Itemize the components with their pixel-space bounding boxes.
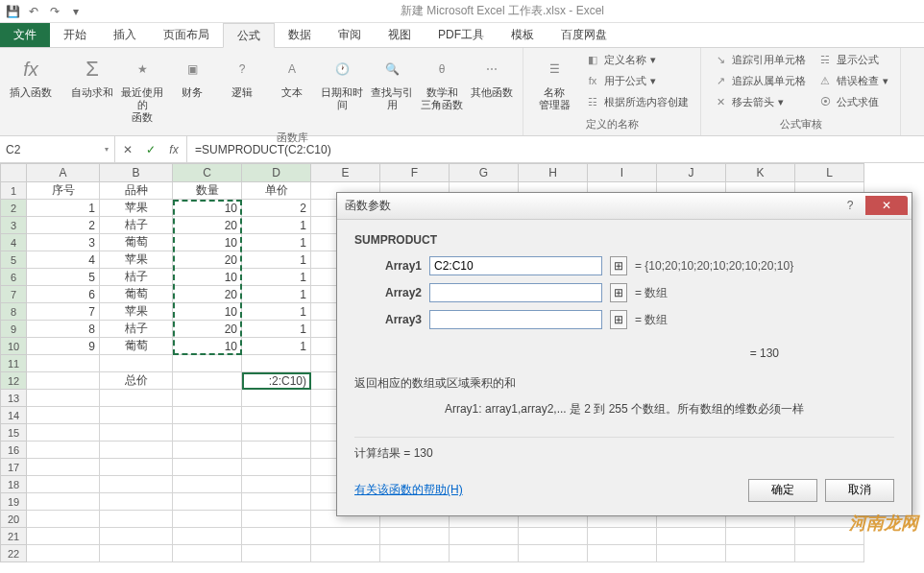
qat-more-icon[interactable]: ▾ [67,3,85,20]
row-header[interactable]: 11 [0,355,27,372]
cell[interactable] [519,528,588,545]
row-header[interactable]: 17 [0,459,27,476]
cell[interactable] [657,528,726,545]
cell[interactable] [242,476,311,493]
cell[interactable] [173,372,242,390]
arg-input-2[interactable] [429,310,602,329]
row-header[interactable]: 1 [0,182,27,200]
cell[interactable]: 10 [173,200,242,217]
cell[interactable]: 1 [242,303,311,321]
dialog-titlebar[interactable]: 函数参数 ? ✕ [337,193,912,220]
cell[interactable] [27,476,100,493]
trace-precedents-button[interactable]: ↘追踪引用单元格 [709,50,810,69]
redo-icon[interactable]: ↷ [46,3,63,20]
row-header[interactable]: 12 [0,372,27,390]
cell[interactable]: 1 [242,234,311,251]
cell[interactable] [795,528,864,545]
tab-baidu[interactable]: 百度网盘 [547,23,620,47]
cancel-button[interactable]: 取消 [825,479,894,502]
cell[interactable] [173,442,242,459]
tab-formulas[interactable]: 公式 [223,23,275,48]
row-header[interactable]: 4 [0,234,27,251]
cell[interactable]: 苹果 [100,303,173,321]
cell[interactable]: 7 [27,303,100,321]
cell[interactable] [311,545,380,562]
column-header[interactable]: J [657,163,726,182]
row-header[interactable]: 9 [0,321,27,338]
cell[interactable]: 桔子 [100,321,173,338]
row-header[interactable]: 22 [0,545,27,562]
cell[interactable]: 3 [27,234,100,251]
cell[interactable] [242,390,311,407]
row-header[interactable]: 10 [0,338,27,355]
row-header[interactable]: 13 [0,390,27,407]
cell[interactable] [519,545,588,562]
cell[interactable] [588,528,657,545]
cell[interactable]: 6 [27,286,100,303]
row-header[interactable]: 18 [0,476,27,493]
cell[interactable]: 苹果 [100,200,173,217]
cell[interactable] [173,545,242,562]
cell[interactable] [27,407,100,424]
row-header[interactable]: 15 [0,424,27,442]
cell[interactable]: :2:C10) [242,372,311,390]
cell[interactable] [173,390,242,407]
cell[interactable]: 8 [27,321,100,338]
cell[interactable] [173,493,242,511]
define-name-button[interactable]: ◧定义名称 ▾ [581,50,693,69]
datetime-button[interactable]: 🕐日期和时间 [319,50,365,115]
cell[interactable]: 葡萄 [100,338,173,355]
cell[interactable] [27,390,100,407]
column-header[interactable]: G [450,163,519,182]
column-header[interactable]: F [380,163,450,182]
cell[interactable] [100,545,173,562]
save-icon[interactable]: 💾 [4,3,21,20]
cell[interactable] [27,424,100,442]
cell[interactable]: 1 [242,269,311,286]
fx-button-icon[interactable]: fx [167,143,181,156]
cell[interactable]: 1 [242,286,311,303]
cell[interactable] [27,493,100,511]
cell[interactable]: 桔子 [100,269,173,286]
cell[interactable]: 20 [173,251,242,269]
cell[interactable] [27,459,100,476]
function-help-link[interactable]: 有关该函数的帮助(H) [354,482,463,498]
cell[interactable]: 苹果 [100,251,173,269]
use-formula-button[interactable]: fx用于公式 ▾ [581,71,693,90]
cell[interactable] [173,424,242,442]
tab-layout[interactable]: 页面布局 [150,23,223,47]
cell[interactable]: 总价 [100,372,173,390]
ref-button-icon[interactable]: ⊞ [610,283,627,302]
column-header[interactable]: L [795,163,864,182]
cell[interactable]: 1 [242,217,311,234]
arg-input-1[interactable] [429,283,602,302]
math-button[interactable]: θ数学和 三角函数 [419,50,465,115]
cell[interactable] [242,407,311,424]
trace-dependents-button[interactable]: ↗追踪从属单元格 [709,71,810,90]
cell[interactable] [450,528,519,545]
tab-review[interactable]: 审阅 [325,23,375,47]
cell[interactable] [726,545,795,562]
error-check-button[interactable]: ⚠错误检查 ▾ [814,71,892,90]
cell[interactable]: 1 [27,200,100,217]
cell[interactable] [173,355,242,372]
row-header[interactable]: 7 [0,286,27,303]
cell[interactable]: 1 [242,321,311,338]
cell[interactable]: 桔子 [100,217,173,234]
cell[interactable] [173,407,242,424]
formula-input[interactable]: =SUMPRODUCT(C2:C10) [187,136,924,162]
cell[interactable] [173,459,242,476]
cell[interactable] [173,528,242,545]
cell[interactable]: 葡萄 [100,234,173,251]
cell[interactable] [100,407,173,424]
cell[interactable] [27,372,100,390]
column-header[interactable]: H [519,163,588,182]
cell[interactable]: 数量 [173,182,242,200]
tab-pdf[interactable]: PDF工具 [425,23,498,47]
row-header[interactable]: 8 [0,303,27,321]
row-header[interactable]: 5 [0,251,27,269]
select-all-corner[interactable] [0,163,27,182]
cell[interactable] [242,442,311,459]
cell[interactable] [311,528,380,545]
cell[interactable]: 9 [27,338,100,355]
